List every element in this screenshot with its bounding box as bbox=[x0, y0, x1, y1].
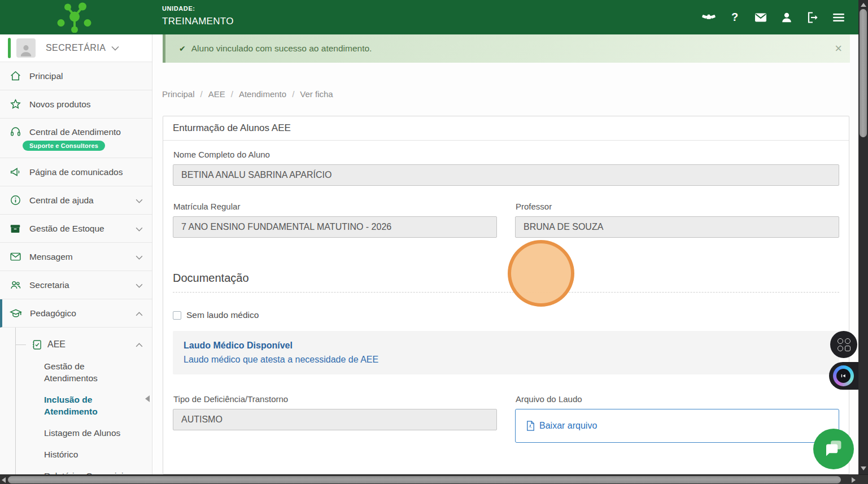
chat-bubbles-icon bbox=[821, 437, 846, 461]
alert-close-button[interactable]: × bbox=[835, 42, 842, 55]
panel-body: Nome Completo do Aluno BETINA ANALU SABR… bbox=[163, 141, 849, 443]
section-divider bbox=[173, 292, 839, 293]
sidebar-item-listagem-alunos[interactable]: Listagem de Alunos bbox=[44, 427, 136, 439]
horizontal-scrollbar-thumb[interactable] bbox=[8, 476, 841, 483]
submenu-pedagogico: AEE Gestão de Atendimentos Inclusão de A… bbox=[0, 328, 152, 482]
sidebar-item-label: Página de comunicados bbox=[29, 167, 123, 177]
sidebar-user-menu[interactable]: SECRETÁRIA bbox=[0, 34, 152, 62]
sidebar-item-historico[interactable]: Histórico bbox=[44, 448, 136, 460]
mail-icon[interactable] bbox=[754, 11, 767, 24]
enturmacao-panel: Enturmação de Alunos AEE Nome Completo d… bbox=[163, 116, 849, 474]
sidebar-item-secretaria[interactable]: Secretaria bbox=[0, 271, 152, 299]
megaphone-icon bbox=[9, 166, 21, 178]
chevron-down-icon bbox=[136, 224, 143, 234]
sidebar-item-label: Principal bbox=[29, 71, 63, 81]
laudo-info-subtitle: Laudo médico que atesta a necessidade de… bbox=[184, 355, 828, 365]
apps-grid-icon bbox=[838, 338, 850, 351]
sidebar-item-label: AEE bbox=[47, 339, 66, 350]
check-icon: ✔ bbox=[179, 44, 186, 53]
sidebar-item-novos-produtos[interactable]: Novos produtos bbox=[0, 90, 152, 119]
breadcrumb-separator: / bbox=[200, 89, 203, 99]
tipo-label: Tipo de Deficiência/Transtorno bbox=[173, 394, 497, 404]
laudo-info-box: Laudo Médico Disponível Laudo médico que… bbox=[173, 331, 839, 374]
pdf-file-icon bbox=[526, 421, 535, 431]
sidebar-item-mensagem[interactable]: Mensagem bbox=[0, 243, 152, 271]
tree-dash bbox=[15, 345, 26, 345]
box-icon bbox=[9, 223, 21, 235]
sem-laudo-row: Sem laudo médico bbox=[173, 310, 839, 320]
home-icon bbox=[9, 70, 21, 82]
aee-children: Gestão de Atendimentos Inclusão de Atend… bbox=[0, 356, 152, 482]
sidebar-item-aee[interactable]: AEE bbox=[0, 333, 152, 356]
handshake-icon[interactable] bbox=[702, 11, 716, 24]
panel-title: Enturmação de Alunos AEE bbox=[163, 116, 849, 141]
top-header-bar: UNIDADE: TREINAMENTO ? bbox=[0, 0, 868, 34]
users-icon bbox=[9, 279, 21, 291]
matricula-label: Matrícula Regular bbox=[173, 202, 497, 211]
vertical-scrollbar-thumb[interactable] bbox=[860, 9, 867, 137]
horizontal-scrollbar[interactable] bbox=[0, 474, 868, 484]
sidebar-item-central-ajuda[interactable]: Central de ajuda bbox=[0, 186, 152, 215]
header-icon-bar: ? bbox=[702, 0, 845, 34]
checklist-icon bbox=[31, 338, 42, 351]
sidebar-item-principal[interactable]: Principal bbox=[0, 62, 152, 90]
sidebar-item-pedagogico[interactable]: Pedagógico bbox=[0, 299, 152, 328]
support-badge: Suporte e Consultores bbox=[23, 141, 105, 151]
star-icon bbox=[9, 98, 21, 111]
scroll-up-arrow[interactable] bbox=[861, 3, 866, 7]
nome-input[interactable]: BETINA ANALU SABRINA APARÍCIO bbox=[173, 164, 839, 186]
success-alert: ✔ Aluno vinculado com sucesso ao atendim… bbox=[163, 34, 850, 63]
help-icon[interactable]: ? bbox=[728, 11, 741, 24]
baixar-arquivo-label: Baixar arquivo bbox=[539, 421, 597, 431]
user-icon[interactable] bbox=[780, 11, 793, 24]
baixar-arquivo-link[interactable]: Baixar arquivo bbox=[526, 421, 597, 431]
recorder-ring bbox=[833, 365, 854, 386]
sem-laudo-checkbox[interactable] bbox=[173, 311, 181, 320]
sidebar-item-label: Gestão de Estoque bbox=[29, 224, 104, 234]
sidebar-item-pagina-comunicados[interactable]: Página de comunicados bbox=[0, 158, 152, 186]
sidebar-item-gestao-estoque[interactable]: Gestão de Estoque bbox=[0, 215, 152, 243]
professor-input[interactable]: BRUNA DE SOUZA bbox=[515, 216, 839, 238]
unit-label: UNIDADE: bbox=[162, 5, 234, 12]
vertical-scrollbar[interactable] bbox=[858, 0, 868, 484]
sidebar-item-label: Pedagógico bbox=[30, 308, 76, 319]
scroll-down-arrow[interactable] bbox=[861, 466, 866, 470]
scroll-left-arrow[interactable] bbox=[2, 477, 6, 483]
sidebar-item-gestao-atendimentos[interactable]: Gestão de Atendimentos bbox=[44, 360, 136, 384]
matricula-input[interactable]: 7 ANO ENSINO FUNDAMENTAL MATUTINO - 2026 bbox=[173, 216, 497, 238]
breadcrumb-principal[interactable]: Principal bbox=[162, 89, 195, 99]
user-role-label: SECRETÁRIA bbox=[46, 43, 106, 53]
apps-grid-button[interactable] bbox=[830, 331, 857, 358]
logout-icon[interactable] bbox=[806, 11, 819, 24]
arquivo-label: Arquivo do Laudo bbox=[516, 394, 839, 404]
user-accent-bar bbox=[8, 38, 11, 58]
breadcrumb-separator: / bbox=[231, 89, 233, 99]
breadcrumb-atendimento[interactable]: Atendimento bbox=[239, 89, 286, 99]
unit-name: TREINAMENTO bbox=[162, 16, 234, 27]
laudo-info-title: Laudo Médico Disponível bbox=[184, 341, 828, 351]
sidebar-nav: SECRETÁRIA Principal Novos produtos bbox=[0, 34, 152, 484]
sidebar-item-label: Central de Atendimento bbox=[29, 127, 121, 137]
chevron-down-icon bbox=[111, 46, 119, 51]
arquivo-box: Baixar arquivo bbox=[515, 409, 839, 443]
scroll-right-arrow[interactable] bbox=[852, 477, 856, 483]
chevron-down-icon bbox=[136, 280, 143, 290]
active-item-marker bbox=[145, 395, 150, 402]
chat-fab-button[interactable] bbox=[813, 429, 854, 469]
sidebar-item-central-atendimento[interactable]: Central de Atendimento Suporte e Consult… bbox=[0, 119, 152, 158]
tipo-input[interactable]: AUTISMO bbox=[173, 409, 497, 430]
breadcrumb-aee[interactable]: AEE bbox=[208, 89, 225, 99]
unit-info: UNIDADE: TREINAMENTO bbox=[162, 5, 234, 27]
info-icon bbox=[9, 194, 21, 207]
documentacao-section-title: Documentação bbox=[173, 272, 839, 285]
sidebar-item-label: Secretaria bbox=[29, 280, 69, 290]
nome-label: Nome Completo do Aluno bbox=[173, 150, 839, 159]
breadcrumb-ver-ficha: Ver ficha bbox=[300, 89, 333, 99]
sem-laudo-label: Sem laudo médico bbox=[186, 310, 259, 320]
sidebar-item-label: Inclusão de Atendimento bbox=[44, 395, 98, 416]
breadcrumb-separator: / bbox=[292, 89, 294, 99]
brand-logo[interactable] bbox=[54, 2, 97, 33]
sidebar-item-inclusao-atendimento[interactable]: Inclusão de Atendimento bbox=[44, 394, 136, 417]
hamburger-menu-icon[interactable] bbox=[832, 11, 845, 24]
envelope-icon bbox=[9, 251, 21, 263]
